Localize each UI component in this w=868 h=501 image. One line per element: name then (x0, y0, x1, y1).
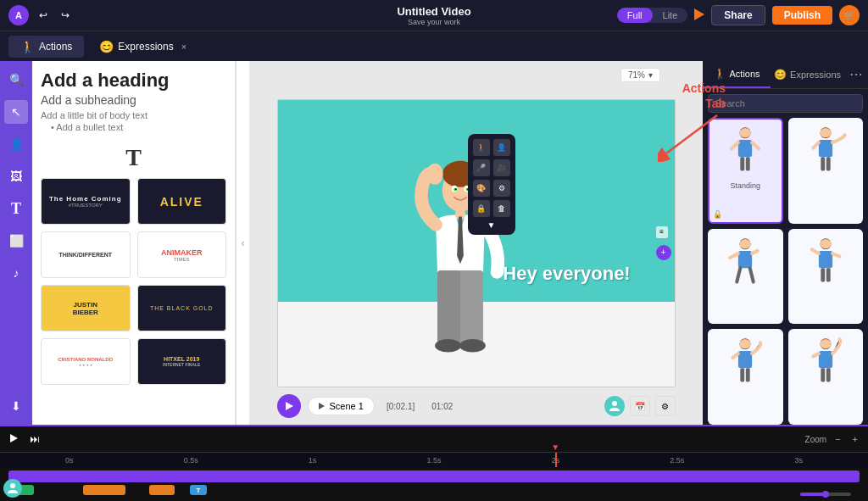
svg-point-9 (426, 163, 442, 184)
sidebar-icon-cursor[interactable]: ↖ (4, 100, 28, 124)
toolbar-row-1: 🚶 👤 (473, 139, 510, 156)
canvas-area: 71% ▾ 🚶 👤 🎤 🎥 🎨 ⚙ (249, 61, 703, 425)
toolbar-settings-icon[interactable]: ⚙ (493, 180, 510, 197)
time-mark-05: 0.5s (130, 456, 251, 465)
canvas-right-btn2[interactable]: + (656, 245, 671, 260)
tl-clip-orange-1[interactable] (83, 485, 125, 495)
tl-zoom-label: Zoom (805, 435, 827, 444)
tl-main-track[interactable] (8, 470, 860, 482)
sidebar-icon-down[interactable]: ⬇ (4, 394, 28, 418)
toolbar-walk-icon[interactable]: 🚶 (473, 139, 490, 156)
zoom-dropdown-icon[interactable]: ▾ (648, 70, 653, 80)
tl-zoom-out[interactable]: − (832, 432, 843, 446)
scene-time-end: 01:02 (426, 400, 458, 413)
toolbar-camera-icon[interactable]: 🎥 (493, 159, 510, 176)
scene-canvas: 🚶 👤 🎤 🎥 🎨 ⚙ 🔒 🗑 ▼ (277, 99, 676, 387)
template-item-animaker[interactable]: ANIMAKER TIMES (137, 231, 227, 278)
char-item-walking[interactable] (708, 229, 783, 325)
collapse-panel-button[interactable]: ‹ (236, 61, 249, 425)
sidebar-icon-music[interactable]: ♪ (4, 261, 28, 285)
undo-button[interactable]: ↩ (36, 8, 51, 23)
toolbar-palette-icon[interactable]: 🎨 (473, 180, 490, 197)
alive-label: ALIVE (160, 195, 203, 209)
template-grid: The Home Coming #TRUESTORY ALIVE THINK/D… (41, 178, 226, 385)
character-search-input[interactable] (708, 94, 863, 113)
template-item-cr7[interactable]: CRISTIANO RONALDO ● ● ● ● (41, 338, 131, 385)
person-icon-sm[interactable] (604, 396, 625, 416)
rp-tab-expressions[interactable]: 😊 Expressions (771, 61, 844, 88)
canvas-right-btn1[interactable]: ≡ (656, 226, 668, 238)
tl-clips-row: T (8, 485, 860, 495)
scene-label-button[interactable]: Scene 1 (308, 397, 375, 415)
play-header-button[interactable] (694, 8, 704, 23)
tl-playhead[interactable] (555, 453, 557, 467)
tab-close-icon[interactable]: × (181, 42, 186, 52)
char-item-talking[interactable] (788, 229, 864, 325)
template-heading: Add a heading (41, 70, 226, 92)
header-left: A ↩ ↪ (8, 5, 73, 25)
sidebar-icon-text[interactable]: T (4, 197, 28, 220)
zoom-slider[interactable] (800, 493, 851, 496)
toolbar-mic-icon[interactable]: 🎤 (473, 159, 490, 176)
toolbar-person-icon[interactable]: 👤 (493, 139, 510, 156)
calendar-icon-sm[interactable]: 📅 (630, 396, 650, 416)
canvas-edge-buttons: ≡ + (656, 226, 671, 260)
template-item-homecoming[interactable]: The Home Coming #TRUESTORY (41, 178, 131, 225)
template-item-think[interactable]: THINK/DIFFERENT (41, 231, 131, 278)
right-panel: 🚶 Actions 😊 Expressions ⋯ (703, 61, 868, 425)
toolbar-lock-icon[interactable]: 🔒 (473, 200, 490, 217)
main-area: 🔍 ↖ 👤 🖼 T ⬜ ♪ ⬇ Add a heading Add a subh… (0, 61, 868, 425)
mode-full[interactable]: Full (617, 8, 653, 23)
svg-point-15 (612, 401, 617, 406)
tab-expressions[interactable]: 😊 Expressions × (87, 36, 198, 58)
template-item-alive[interactable]: ALIVE (137, 178, 227, 225)
rp-tab-actions[interactable]: 🚶 Actions (703, 61, 771, 88)
mode-lite[interactable]: Lite (653, 8, 688, 23)
video-title: Untitled Video (397, 5, 470, 18)
rp-expressions-icon: 😊 (774, 69, 787, 81)
zoom-value: 71% (628, 70, 645, 80)
sidebar-icon-person[interactable]: 👤 (4, 132, 28, 156)
char-item-standing[interactable]: Standing 🔓 (708, 118, 783, 224)
toolbar-chevron-icon[interactable]: ▼ (487, 220, 496, 230)
svg-rect-18 (738, 140, 752, 157)
header-center: Untitled Video Save your work (397, 5, 470, 26)
char-item-waving[interactable] (788, 329, 864, 425)
scene-right-icons: 📅 ⚙ (604, 396, 676, 416)
sidebar-icon-shapes[interactable]: ⬜ (4, 229, 28, 253)
template-item-blackgold[interactable]: THE BLACK GOLD (137, 285, 227, 331)
canvas-scene-text: Hey everyone! (476, 263, 658, 285)
template-item-hitxel[interactable]: HITXEL 2019 INTERNET FINALE (137, 338, 227, 385)
tl-clip-blue[interactable]: T (190, 485, 207, 495)
char-standing-svg (724, 125, 766, 180)
rp-more-button[interactable]: ⋯ (844, 61, 868, 88)
tl-next-button[interactable]: ⏭ (26, 431, 43, 447)
floating-toolbar: 🚶 👤 🎤 🎥 🎨 ⚙ 🔒 🗑 ▼ (468, 134, 515, 235)
svg-point-13 (435, 339, 461, 352)
publish-button[interactable]: Publish (772, 6, 832, 25)
char-waving-svg (804, 336, 847, 391)
settings-icon-sm[interactable]: ⚙ (655, 396, 676, 416)
char-pointing-svg (804, 125, 847, 180)
tl-zoom-in[interactable]: + (849, 432, 861, 446)
user-avatar[interactable]: 🛒 (839, 5, 860, 25)
char-item-thinking[interactable] (708, 329, 783, 425)
tl-play-button[interactable] (7, 431, 21, 447)
zoom-slider-thumb[interactable] (822, 491, 829, 498)
char-item-pointing[interactable] (788, 118, 864, 224)
redo-button[interactable]: ↪ (58, 8, 73, 23)
sidebar-icon-image[interactable]: 🖼 (4, 164, 28, 188)
tl-clip-orange-2[interactable] (149, 485, 175, 495)
svg-point-17 (740, 128, 751, 137)
svg-point-46 (10, 483, 15, 488)
sidebar-icon-search[interactable]: 🔍 (4, 68, 28, 92)
scene-inner-play-icon (319, 403, 325, 409)
template-item-justin[interactable]: JUSTIN BIEBER (41, 285, 131, 331)
left-sidebar: 🔍 ↖ 👤 🖼 T ⬜ ♪ ⬇ (0, 61, 32, 425)
svg-rect-37 (741, 369, 745, 382)
share-button[interactable]: Share (711, 5, 765, 25)
scene-play-button[interactable] (277, 394, 301, 418)
scene-controls: Scene 1 [0:02.1] 01:02 📅 ⚙ (277, 394, 676, 418)
tab-actions[interactable]: 🚶 Actions (8, 36, 84, 58)
toolbar-trash-icon[interactable]: 🗑 (493, 200, 510, 217)
